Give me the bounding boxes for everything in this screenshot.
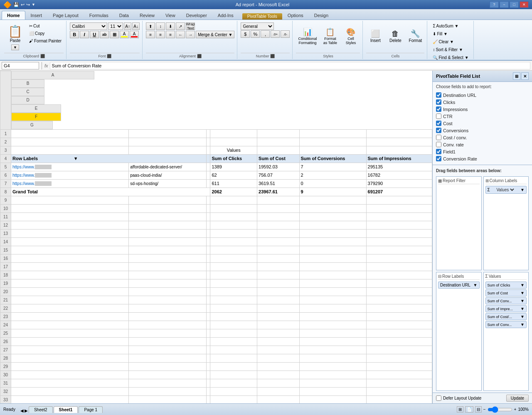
tab-home[interactable]: Home bbox=[2, 11, 25, 20]
insert-button[interactable]: ⬜ Insert bbox=[366, 22, 384, 49]
paste-dropdown[interactable]: ▼ bbox=[11, 44, 19, 50]
cell-b5[interactable]: affordable-dedicated-server/ bbox=[129, 163, 206, 171]
cell-d6[interactable]: 62 bbox=[210, 171, 257, 179]
sheet-tab-sheet2[interactable]: Sheet2 bbox=[29, 406, 53, 413]
cell-c6[interactable] bbox=[206, 171, 210, 179]
help-btn[interactable]: ? bbox=[490, 1, 499, 8]
quick-access-dropdown[interactable]: ▼ bbox=[32, 2, 35, 7]
align-center-button[interactable]: ≡ bbox=[156, 31, 165, 38]
col-header-f[interactable]: F bbox=[11, 113, 61, 121]
cell-b6[interactable]: paas-cloud-india/ bbox=[129, 171, 206, 179]
paste-button[interactable]: 📋 Paste bbox=[5, 23, 25, 44]
zoom-in-btn[interactable]: + bbox=[514, 407, 517, 412]
destination-url-row-dropdown[interactable]: ▼ bbox=[473, 283, 478, 287]
cell-d5[interactable]: 1389 bbox=[210, 163, 257, 171]
cell-e6[interactable]: 756.07 bbox=[257, 171, 299, 179]
tab-developer[interactable]: Developer bbox=[181, 11, 212, 20]
col-header-d[interactable]: D bbox=[11, 96, 44, 104]
quick-access-redo[interactable]: ↪ bbox=[26, 2, 30, 7]
cell-g5[interactable]: 295135 bbox=[366, 163, 432, 171]
font-name-select[interactable]: Calibri bbox=[70, 22, 107, 30]
pivot-field-checkbox-conv-rate[interactable] bbox=[436, 142, 441, 147]
tab-view[interactable]: View bbox=[160, 11, 181, 20]
cell-e4[interactable]: Sum of Cost bbox=[257, 154, 299, 163]
pivot-field-checkbox-clicks[interactable] bbox=[436, 99, 441, 105]
clear-button[interactable]: 🧹 Clear ▼ bbox=[431, 38, 470, 45]
fill-color-button[interactable]: A bbox=[120, 31, 129, 38]
cell-c7[interactable] bbox=[206, 179, 210, 188]
delete-button[interactable]: 🗑 Delete bbox=[386, 22, 404, 49]
cell-c4[interactable] bbox=[206, 154, 210, 163]
cell-c2[interactable] bbox=[206, 138, 210, 146]
cell-d7[interactable]: 611 bbox=[210, 179, 257, 188]
formula-input[interactable] bbox=[50, 62, 530, 69]
align-bottom-button[interactable]: ⬇ bbox=[166, 22, 175, 30]
align-left-button[interactable]: ≡ bbox=[146, 31, 155, 38]
quick-access-undo[interactable]: ↩ bbox=[21, 2, 25, 7]
cell-g1[interactable] bbox=[366, 129, 432, 138]
office-logo[interactable]: 🔶 bbox=[3, 1, 12, 9]
sum-cost-conv-dropdown[interactable]: ▼ bbox=[520, 314, 525, 319]
cell-g7[interactable]: 379290 bbox=[366, 179, 432, 188]
col-header-c[interactable]: C bbox=[11, 88, 44, 96]
cell-f1[interactable] bbox=[299, 129, 366, 138]
cell-g8[interactable]: 691207 bbox=[366, 188, 432, 196]
sum-conv-rate-dropdown[interactable]: ▼ bbox=[520, 322, 525, 327]
tab-page-layout[interactable]: Page Layout bbox=[47, 11, 84, 20]
format-painter-button[interactable]: 🖌 Format Painter bbox=[27, 37, 64, 44]
cell-a8[interactable]: Grand Total bbox=[11, 188, 210, 196]
cell-f4[interactable]: Sum of Conversions bbox=[299, 154, 366, 163]
tab-addins[interactable]: Add-Ins bbox=[212, 11, 239, 20]
cell-f6[interactable]: 2 bbox=[299, 171, 366, 179]
prev-sheet-btn[interactable]: ◀ bbox=[20, 408, 24, 413]
pivot-field-checkbox-cost[interactable] bbox=[436, 121, 441, 126]
cell-b3[interactable] bbox=[129, 146, 206, 154]
defer-layout-checkbox[interactable] bbox=[436, 395, 441, 401]
cell-b2[interactable] bbox=[129, 138, 206, 146]
copy-button[interactable]: ⬜ Copy bbox=[27, 30, 64, 37]
cell-b7[interactable]: sd-vps-hosting/ bbox=[129, 179, 206, 188]
pivot-field-checkbox-cost-conv[interactable] bbox=[436, 135, 441, 140]
sum-cost-dropdown[interactable]: ▼ bbox=[520, 291, 525, 295]
pivot-field-checkbox-conversions[interactable] bbox=[436, 128, 441, 133]
col-header-b[interactable]: B bbox=[11, 79, 44, 88]
font-grow-button[interactable]: A↑ bbox=[124, 22, 131, 30]
sum-clicks-dropdown[interactable]: ▼ bbox=[520, 283, 525, 287]
find-select-button[interactable]: 🔍 Find & Select ▼ bbox=[431, 54, 470, 61]
tab-options[interactable]: Options bbox=[282, 11, 309, 20]
align-middle-button[interactable]: ↕ bbox=[156, 22, 165, 30]
text-orientation-button[interactable]: ↗ bbox=[176, 22, 185, 30]
cell-g4[interactable]: Sum of Impressions bbox=[366, 154, 432, 163]
cell-e2[interactable] bbox=[257, 138, 299, 146]
col-header-e[interactable]: E bbox=[11, 104, 61, 113]
cell-f8[interactable]: 9 bbox=[299, 188, 366, 196]
cell-c1[interactable] bbox=[206, 129, 210, 138]
align-top-button[interactable]: ⬆ bbox=[146, 22, 155, 30]
cell-f2[interactable] bbox=[299, 138, 366, 146]
wrap-text-button[interactable]: Wrap Text bbox=[186, 22, 195, 30]
sum-impressions-dropdown[interactable]: ▼ bbox=[520, 306, 525, 311]
close-btn[interactable]: ✕ bbox=[520, 1, 529, 8]
maximize-btn[interactable]: □ bbox=[510, 1, 519, 8]
next-sheet-btn[interactable]: ▶ bbox=[25, 408, 28, 413]
tab-formulas[interactable]: Formulas bbox=[84, 11, 114, 20]
cell-a7[interactable]: https://www.xxxxxxxx bbox=[11, 179, 129, 188]
cell-e5[interactable]: 19592.03 bbox=[257, 163, 299, 171]
pivot-field-checkbox-ctr[interactable] bbox=[436, 114, 441, 119]
increase-indent-button[interactable]: → bbox=[186, 31, 195, 38]
format-button[interactable]: 🔧 Format bbox=[406, 22, 424, 49]
sort-filter-button[interactable]: ↕ Sort & Filter ▼ bbox=[431, 46, 470, 53]
col-header-a[interactable]: A bbox=[11, 71, 94, 79]
sum-conv-dropdown[interactable]: ▼ bbox=[520, 299, 525, 303]
decrease-indent-button[interactable]: ← bbox=[176, 31, 185, 38]
cell-styles-button[interactable]: 🎨 Cell Styles bbox=[341, 22, 360, 49]
cell-a6[interactable]: https://www.xxxxxxxx bbox=[11, 171, 129, 179]
col-header-g[interactable]: G bbox=[11, 121, 53, 129]
spreadsheet-container[interactable]: A B C D E F G 1 bbox=[0, 71, 432, 403]
cell-f3[interactable] bbox=[299, 146, 366, 154]
bold-button[interactable]: B bbox=[70, 31, 79, 38]
pivot-field-checkbox-impressions[interactable] bbox=[436, 106, 441, 112]
font-color-button[interactable]: A bbox=[130, 31, 139, 38]
cell-f7[interactable]: 0 bbox=[299, 179, 366, 188]
pivot-field-checkbox-conversion-rate[interactable] bbox=[436, 156, 441, 161]
